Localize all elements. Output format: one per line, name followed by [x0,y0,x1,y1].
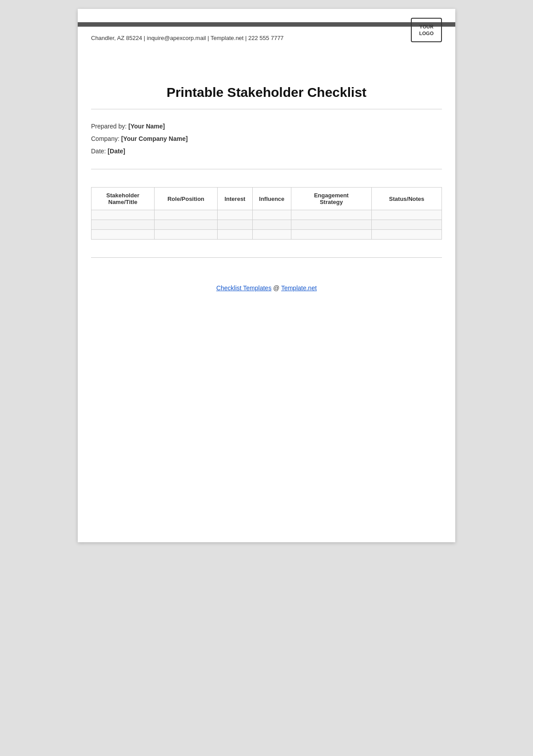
table-cell [252,210,291,220]
prepared-by-value: [Your Name] [128,123,165,130]
col-header-engagement: EngagementStrategy [291,188,371,210]
spacer-before-table [78,169,455,178]
date-label: Date: [91,148,107,155]
table-cell [218,220,253,230]
stakeholder-table: StakeholderName/Title Role/Position Inte… [91,187,442,240]
spacer-after-table [78,248,455,257]
logo-line2: LOGO [419,30,434,36]
footer-at: @ [271,284,281,292]
table-section: StakeholderName/Title Role/Position Inte… [78,178,455,248]
logo-box: YOUR LOGO [411,18,442,42]
date-value: [Date] [107,148,125,155]
prepared-by-row: Prepared by: [Your Name] [91,123,442,130]
table-cell [372,220,442,230]
table-cell [218,230,253,240]
table-cell [91,220,155,230]
table-cell [252,230,291,240]
table-cell [252,220,291,230]
table-header-row: StakeholderName/Title Role/Position Inte… [91,188,442,210]
table-cell [91,230,155,240]
document-page: YOUR LOGO Chandler, AZ 85224 | inquire@a… [78,9,455,542]
templatenet-link[interactable]: Template.net [281,284,317,292]
company-value: [Your Company Name] [121,135,188,142]
header-bar [78,22,455,27]
col-header-role: Role/Position [155,188,218,210]
contact-info: Chandler, AZ 85224 | inquire@apexcorp.ma… [78,27,455,49]
table-row [91,230,442,240]
table-cell [291,230,371,240]
table-cell [155,220,218,230]
contact-text: Chandler, AZ 85224 | inquire@apexcorp.ma… [91,35,284,41]
checklist-templates-link[interactable]: Checklist Templates [216,284,271,292]
table-cell [91,210,155,220]
table-cell [291,220,371,230]
table-row [91,210,442,220]
spacer-top [78,49,455,76]
col-header-interest: Interest [218,188,253,210]
col-header-influence: Influence [252,188,291,210]
table-cell [155,210,218,220]
footer-link-container: Checklist Templates @ Template.net [91,284,442,292]
table-cell [291,210,371,220]
logo-line1: YOUR [419,24,434,30]
table-cell [155,230,218,240]
col-header-stakeholder: StakeholderName/Title [91,188,155,210]
col-header-status: Status/Notes [372,188,442,210]
company-row: Company: [Your Company Name] [91,135,442,142]
prepared-by-label: Prepared by: [91,123,128,130]
date-row: Date: [Date] [91,148,442,155]
meta-section: Prepared by: [Your Name] Company: [Your … [78,109,455,169]
footer-area: Checklist Templates @ Template.net [78,258,455,309]
table-cell [218,210,253,220]
table-cell [372,230,442,240]
table-cell [372,210,442,220]
header-area: YOUR LOGO [78,9,455,18]
table-row [91,220,442,230]
company-label: Company: [91,135,121,142]
main-title: Printable Stakeholder Checklist [78,76,455,109]
